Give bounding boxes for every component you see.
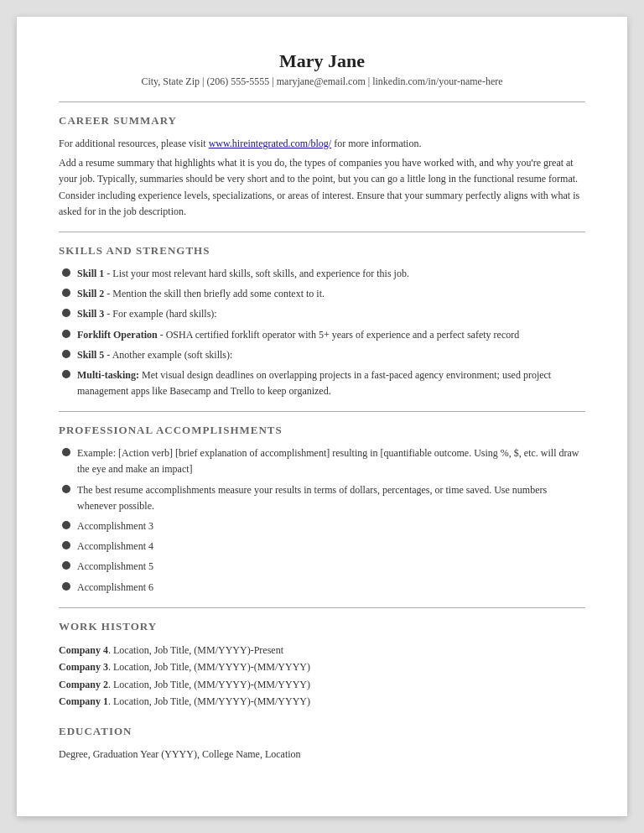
list-item: Multi-tasking: Met visual design deadlin… xyxy=(62,367,585,399)
divider-accomplishments xyxy=(59,607,585,608)
divider-header xyxy=(59,102,585,102)
resume-page: Mary Jane City, State Zip | (206) 555-55… xyxy=(17,17,627,816)
list-item: Skill 3 - For example (hard skills): xyxy=(62,306,585,322)
bullet-icon xyxy=(62,521,70,529)
skill-label: Skill 3 xyxy=(77,308,104,320)
skill-item-text: Multi-tasking: Met visual design deadlin… xyxy=(77,367,585,399)
work-history-section: WORK HISTORY Company 4. Location, Job Ti… xyxy=(59,620,585,711)
header-name: Mary Jane xyxy=(59,50,585,72)
list-item: Forklift Operation - OSHA certified fork… xyxy=(62,327,585,343)
skills-body: Skill 1 - List your most relevant hard s… xyxy=(59,266,585,399)
bullet-icon xyxy=(62,330,70,338)
bullet-icon xyxy=(62,485,70,493)
work-history-title: WORK HISTORY xyxy=(59,620,585,633)
skill-label: Multi-tasking: xyxy=(77,369,139,381)
skill-label: Forklift Operation xyxy=(77,329,158,341)
company-name: Company 2 xyxy=(59,679,108,690)
accomplishments-list: Example: [Action verb] [brief explanatio… xyxy=(59,445,585,596)
skill-item-text: Skill 1 - List your most relevant hard s… xyxy=(77,266,585,282)
resume-header: Mary Jane City, State Zip | (206) 555-55… xyxy=(59,50,585,88)
skill-item-text: Forklift Operation - OSHA certified fork… xyxy=(77,327,585,343)
skills-title: SKILLS AND STRENGTHS xyxy=(59,244,585,258)
career-summary-full-text: Add a resume summary that highlights wha… xyxy=(59,155,585,220)
bullet-icon xyxy=(62,541,70,549)
company-name: Company 3 xyxy=(59,661,108,673)
bullet-icon xyxy=(62,309,70,317)
career-summary-body: For additional resources, please visit w… xyxy=(59,136,585,220)
accomplishment-text: The best resume accomplishments measure … xyxy=(77,482,585,514)
education-section: EDUCATION Degree, Graduation Year (YYYY)… xyxy=(59,725,585,763)
list-item: Accomplishment 4 xyxy=(62,539,585,554)
company-name: Company 1 xyxy=(59,695,108,707)
list-item: Accomplishment 3 xyxy=(62,518,585,534)
divider-summary xyxy=(59,232,585,232)
list-item: Skill 5 - Another example (soft skills): xyxy=(62,347,585,363)
education-body: Degree, Graduation Year (YYYY), College … xyxy=(59,747,585,763)
bullet-icon xyxy=(62,350,70,358)
bullet-icon xyxy=(62,370,70,378)
divider-skills xyxy=(59,411,585,412)
list-item: Accomplishment 6 xyxy=(62,580,585,596)
career-summary-intro-text: For additional resources, please visit xyxy=(59,138,209,149)
skill-label: Skill 2 xyxy=(77,288,104,299)
list-item: Skill 2 - Mention the skill then briefly… xyxy=(62,286,585,302)
accomplishment-text: Accomplishment 6 xyxy=(77,580,585,596)
skill-label: Skill 1 xyxy=(77,268,104,279)
accomplishments-title: PROFESSIONAL ACCOMPLISHMENTS xyxy=(59,424,585,437)
skills-section: SKILLS AND STRENGTHS Skill 1 - List your… xyxy=(59,244,585,399)
work-entry: Company 2. Location, Job Title, (MM/YYYY… xyxy=(59,676,585,693)
list-item: Example: [Action verb] [brief explanatio… xyxy=(62,445,585,477)
list-item: Accomplishment 5 xyxy=(62,559,585,575)
accomplishment-text: Example: [Action verb] [brief explanatio… xyxy=(77,445,585,477)
career-summary-section: CAREER SUMMARY For additional resources,… xyxy=(59,114,585,220)
education-title: EDUCATION xyxy=(59,725,585,738)
work-entry: Company 1. Location, Job Title, (MM/YYYY… xyxy=(59,693,585,710)
bullet-icon xyxy=(62,582,70,591)
skill-item-text: Skill 2 - Mention the skill then briefly… xyxy=(77,286,585,302)
work-entry: Company 3. Location, Job Title, (MM/YYYY… xyxy=(59,659,585,675)
accomplishments-body: Example: [Action verb] [brief explanatio… xyxy=(59,445,585,596)
bullet-icon xyxy=(62,448,70,456)
bullet-icon xyxy=(62,289,70,297)
skill-label: Skill 5 xyxy=(77,349,104,361)
career-summary-intro-suffix: for more information. xyxy=(331,138,421,149)
bullet-icon xyxy=(62,561,70,570)
header-contact: City, State Zip | (206) 555-5555 | maryj… xyxy=(59,75,585,88)
work-entry: Company 4. Location, Job Title, (MM/YYYY… xyxy=(59,642,585,659)
skill-item-text: Skill 3 - For example (hard skills): xyxy=(77,306,585,322)
skills-list: Skill 1 - List your most relevant hard s… xyxy=(59,266,585,399)
skill-item-text: Skill 5 - Another example (soft skills): xyxy=(77,347,585,363)
list-item: Skill 1 - List your most relevant hard s… xyxy=(62,266,585,282)
career-summary-link[interactable]: www.hireintegrated.com/blog/ xyxy=(209,138,332,149)
accomplishment-text: Accomplishment 3 xyxy=(77,518,585,534)
work-history-entries: Company 4. Location, Job Title, (MM/YYYY… xyxy=(59,642,585,711)
accomplishment-text: Accomplishment 4 xyxy=(77,539,585,554)
list-item: The best resume accomplishments measure … xyxy=(62,482,585,514)
career-summary-intro: For additional resources, please visit w… xyxy=(59,136,585,152)
accomplishment-text: Accomplishment 5 xyxy=(77,559,585,575)
accomplishments-section: PROFESSIONAL ACCOMPLISHMENTS Example: [A… xyxy=(59,424,585,596)
company-name: Company 4 xyxy=(59,644,108,656)
career-summary-title: CAREER SUMMARY xyxy=(59,114,585,128)
bullet-icon xyxy=(62,268,70,277)
